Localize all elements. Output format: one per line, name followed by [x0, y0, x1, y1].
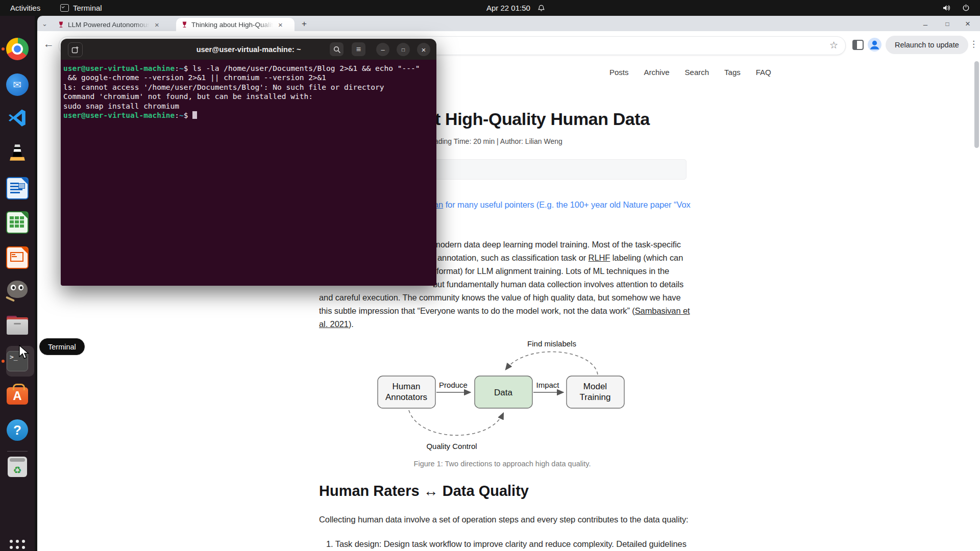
power-icon: [962, 4, 970, 12]
site-nav: Posts Archive Search Tags FAQ: [609, 68, 771, 77]
edge-label: Produce: [439, 381, 468, 389]
ubuntu-software-icon[interactable]: A: [5, 384, 30, 408]
trash-icon[interactable]: ♻: [5, 455, 30, 479]
new-tab-button[interactable]: +: [302, 19, 307, 29]
close-icon: ×: [965, 19, 970, 29]
three-dot-menu-icon: ⋮: [969, 39, 978, 49]
minimize-icon: –: [381, 46, 384, 54]
find-mislabels-arc: [506, 352, 598, 374]
nav-posts[interactable]: Posts: [609, 68, 629, 77]
minimize-icon: –: [923, 20, 927, 29]
new-tab-icon: [71, 46, 79, 54]
terminal-cursor: [192, 111, 197, 119]
envelope-glyph: ✉: [13, 79, 22, 91]
speaker-icon: [942, 4, 951, 12]
page-scrollbar-thumb[interactable]: [974, 61, 979, 148]
focused-app-menu[interactable]: Terminal: [60, 0, 102, 16]
vscode-icon[interactable]: [5, 106, 30, 130]
edge-label: Find mislabels: [527, 339, 576, 348]
terminal-menu-button[interactable]: ≡: [352, 42, 365, 56]
box-label: Training: [580, 392, 611, 402]
libreoffice-calc-icon[interactable]: [5, 210, 30, 235]
chrome-icon[interactable]: [5, 37, 30, 61]
tab-search-chevron[interactable]: ⌄: [42, 20, 47, 28]
back-button[interactable]: ←: [43, 38, 54, 50]
gnome-top-bar: Activities Terminal Apr 22 01:50: [0, 0, 980, 16]
terminal-new-tab-button[interactable]: [68, 42, 83, 57]
maximize-icon: □: [402, 47, 405, 53]
focused-app-label: Terminal: [73, 4, 102, 12]
article-line: annotation, such as classification task …: [437, 253, 683, 263]
post-meta: Reading Time: 20 min | Author: Lilian We…: [425, 137, 562, 145]
tab-human-data[interactable]: Thinking about High-Quality Human Data ×: [176, 18, 295, 31]
box-label: Annotators: [385, 392, 427, 402]
question-glyph: ?: [13, 422, 21, 438]
chrome-running-dot: [2, 47, 5, 51]
article-line: but fundamentally human data collection …: [433, 280, 683, 289]
activities-button[interactable]: Activities: [10, 0, 40, 16]
system-status-menu[interactable]: [942, 0, 970, 16]
star-icon: ☆: [829, 40, 838, 51]
article-line: and careful execution. The community kno…: [319, 293, 680, 303]
browser-maximize-button[interactable]: □: [941, 17, 954, 31]
back-icon: ←: [43, 38, 54, 49]
side-panel-button[interactable]: [852, 40, 864, 50]
terminal-maximize-button[interactable]: □: [397, 43, 410, 56]
nav-archive[interactable]: Archive: [644, 68, 670, 77]
profile-avatar-icon: [867, 37, 882, 52]
nav-search[interactable]: Search: [685, 68, 709, 77]
tab-favicon-wine-icon: [58, 21, 64, 28]
bell-icon: [537, 4, 545, 12]
terminal-minimize-button[interactable]: –: [376, 43, 389, 56]
browser-close-button[interactable]: ×: [961, 17, 974, 31]
article-line: format) for LLM alignment training. Lots…: [436, 266, 669, 276]
browser-menu-button[interactable]: ⋮: [969, 39, 978, 49]
terminal-line: user@user-virtual-machine:~$ ls -la /hom…: [63, 64, 436, 73]
terminal-body[interactable]: user@user-virtual-machine:~$ ls -la /hom…: [61, 60, 436, 286]
tooltip-label: Terminal: [48, 343, 76, 351]
terminal-search-button[interactable]: [330, 42, 344, 56]
tab-close-button[interactable]: ×: [276, 21, 285, 29]
tab-close-button[interactable]: ×: [153, 21, 161, 29]
terminal-line: Command 'chromium' not found, but can be…: [63, 92, 436, 101]
tab-favicon-wine-icon: [181, 21, 188, 28]
edge-label: Impact: [536, 381, 559, 389]
terminal-header[interactable]: user@user-virtual-machine: ~ ≡ – □ ×: [61, 39, 436, 60]
browser-minimize-button[interactable]: –: [919, 17, 932, 31]
dock-tooltip: Terminal: [39, 338, 85, 355]
bookmark-star-button[interactable]: ☆: [829, 39, 838, 51]
desktop: Activities Terminal Apr 22 01:50 ✉: [0, 0, 980, 551]
clock-menu[interactable]: Apr 22 01:50: [486, 0, 545, 16]
inline-link[interactable]: Sambasivan et: [635, 306, 690, 315]
article-line: modern data deep learning model training…: [433, 240, 681, 249]
side-panel-icon: [853, 41, 857, 49]
inline-link[interactable]: RLHF: [589, 253, 610, 262]
maximize-icon: □: [945, 20, 949, 28]
profile-button[interactable]: [867, 37, 882, 54]
article-line: this subtle impression that “Everyone wa…: [319, 306, 690, 316]
app-grid-button[interactable]: [5, 535, 30, 551]
terminal-line: sudo snap install chromium: [63, 102, 436, 111]
vlc-icon[interactable]: [5, 140, 30, 165]
nav-tags[interactable]: Tags: [724, 68, 741, 77]
files-icon[interactable]: [5, 314, 30, 339]
terminal-close-button[interactable]: ×: [417, 43, 430, 56]
section-heading: Human Raters ↔ Data Quality: [319, 483, 529, 499]
relaunch-to-update-button[interactable]: Relaunch to update: [886, 36, 968, 54]
gimp-icon[interactable]: [5, 277, 30, 302]
inline-link[interactable]: al. 2021: [319, 319, 349, 329]
thunderbird-icon[interactable]: ✉: [5, 72, 30, 97]
tab-title: LLM Powered Autonomous Agents: [68, 21, 150, 29]
libreoffice-writer-icon[interactable]: [5, 176, 30, 201]
figure-diagram: Human Annotators Data Model Training Pro…: [374, 338, 631, 455]
libreoffice-impress-icon[interactable]: [5, 245, 30, 270]
article-line: al. 2021).: [319, 319, 354, 329]
nav-faq[interactable]: FAQ: [756, 68, 771, 77]
terminal-app-icon: [60, 4, 69, 12]
help-icon[interactable]: ?: [5, 418, 30, 442]
activities-label: Activities: [10, 4, 40, 12]
chevron-down-icon: ⌄: [42, 20, 47, 28]
mouse-cursor: [18, 345, 30, 360]
tab-llm-agents[interactable]: LLM Powered Autonomous Agents ×: [53, 18, 171, 31]
link-text: for many useful pointers (E.g. the 100+ …: [443, 200, 690, 209]
